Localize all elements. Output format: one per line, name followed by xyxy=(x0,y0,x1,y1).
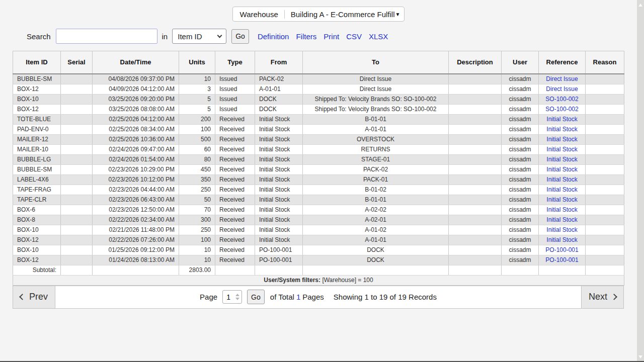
vertical-scrollbar[interactable] xyxy=(637,0,644,362)
cell-user: cissadm xyxy=(502,104,539,114)
warehouse-dropdown-value[interactable]: Building A - E-Commerce Fulfill xyxy=(291,10,395,19)
cell-item-id: TAPE-FRAG xyxy=(13,185,61,195)
reference-link[interactable]: Direct Issue xyxy=(546,75,578,82)
showing-records-text: Showing 1 to 19 of 19 Records xyxy=(334,293,437,301)
stepper-buttons[interactable] xyxy=(234,291,240,303)
cell-reference: Direct Issue xyxy=(539,74,586,84)
cell-to: Direct Issue xyxy=(303,74,449,84)
link-print[interactable]: Print xyxy=(324,32,339,41)
cell-from: Initial Stock xyxy=(255,215,303,225)
reference-link[interactable]: SO-100-002 xyxy=(545,96,578,103)
cell-reason xyxy=(586,154,624,164)
reference-link[interactable]: Initial Stock xyxy=(546,206,577,213)
reference-link[interactable]: Initial Stock xyxy=(546,196,577,203)
cell-datetime: 02/25/2026 08:34:00 AM xyxy=(93,124,179,134)
reference-link[interactable]: Initial Stock xyxy=(546,216,577,223)
cell-serial xyxy=(61,205,93,215)
reference-link[interactable]: SO-100-002 xyxy=(545,106,578,113)
cell-datetime: 02/25/2026 04:12:00 AM xyxy=(93,114,179,124)
column-header-user: User xyxy=(502,51,539,74)
search-field-selected: Item ID xyxy=(178,32,202,41)
cell-reason xyxy=(586,174,624,185)
search-field-select[interactable]: Item ID xyxy=(172,29,226,44)
table-row: MAILER-1202/25/2026 10:36:00 AM500Receiv… xyxy=(13,134,624,144)
chevron-down-icon xyxy=(217,33,222,38)
cell-type: Received xyxy=(215,134,255,144)
cell-to: DOCK xyxy=(303,255,449,265)
search-go-button[interactable]: Go xyxy=(231,29,249,44)
reference-link[interactable]: Initial Stock xyxy=(546,176,577,183)
reference-link[interactable]: Initial Stock xyxy=(546,236,577,243)
cell-serial xyxy=(61,134,93,144)
cell-description xyxy=(449,114,502,124)
next-button[interactable]: Next xyxy=(581,286,623,308)
cell-serial xyxy=(61,255,93,265)
cell-serial xyxy=(61,74,93,84)
column-header-units: Units xyxy=(179,51,215,74)
reference-link[interactable]: PO-100-001 xyxy=(545,246,578,253)
link-xlsx[interactable]: XLSX xyxy=(369,32,388,41)
cell-serial xyxy=(61,104,93,114)
prev-button[interactable]: Prev xyxy=(13,286,55,308)
column-header-description: Description xyxy=(449,51,502,74)
reference-link[interactable]: Initial Stock xyxy=(546,186,577,193)
cell-units: 10 xyxy=(179,245,215,255)
cell-units: 500 xyxy=(179,134,215,144)
cell-to: RETURNS xyxy=(303,144,449,154)
link-filters[interactable]: Filters xyxy=(296,32,316,41)
cell-item-id: BOX-12 xyxy=(13,104,61,114)
cell-from: Initial Stock xyxy=(255,185,303,195)
scroll-down-arrow-icon[interactable] xyxy=(638,355,642,358)
cell-type: Received xyxy=(215,114,255,124)
total-pages-text: of Total1Pages xyxy=(270,293,324,301)
reference-link[interactable]: Direct Issue xyxy=(546,85,578,93)
spinner-up-icon[interactable] xyxy=(235,294,239,296)
cell-type: Received xyxy=(215,205,255,215)
cell-item-id: MAILER-12 xyxy=(13,134,61,144)
column-header-reference: Reference xyxy=(539,51,586,74)
cell-item-id: BOX-12 xyxy=(13,255,61,265)
scroll-up-arrow-icon[interactable] xyxy=(638,4,642,7)
cell-datetime: 02/23/2026 10:12:00 PM xyxy=(93,174,179,185)
table-row: BUBBLE-SM02/23/2026 10:29:00 PM450Receiv… xyxy=(13,164,624,174)
cell-reason xyxy=(586,104,624,114)
warehouse-selector[interactable]: Warehouse Building A - E-Commerce Fulfil… xyxy=(232,7,405,22)
cell-type: Received xyxy=(215,195,255,205)
cell-reason xyxy=(586,114,624,124)
link-definition[interactable]: Definition xyxy=(258,32,289,41)
link-csv[interactable]: CSV xyxy=(346,32,362,41)
reference-link[interactable]: Initial Stock xyxy=(546,126,577,133)
total-pages-link[interactable]: 1 xyxy=(296,293,300,301)
cell-reference: Direct Issue xyxy=(539,84,586,94)
table-row: LABEL-4X602/23/2026 10:12:00 PM350Receiv… xyxy=(13,174,624,185)
cell-datetime: 02/24/2026 01:54:00 AM xyxy=(93,154,179,164)
cell-user: cissadm xyxy=(502,114,539,124)
column-header-reason: Reason xyxy=(586,51,624,74)
cell-item-id: MAILER-10 xyxy=(13,144,61,154)
spinner-down-icon[interactable] xyxy=(235,298,239,300)
cell-description xyxy=(449,134,502,144)
cell-units: 100 xyxy=(179,235,215,245)
cell-units: 450 xyxy=(179,164,215,174)
reference-link[interactable]: Initial Stock xyxy=(546,166,577,173)
page-go-button[interactable]: Go xyxy=(247,290,265,304)
cell-to: A-02-02 xyxy=(303,205,449,215)
cell-to: B-01-01 xyxy=(303,114,449,124)
reference-link[interactable]: PO-100-001 xyxy=(545,256,578,263)
reference-link[interactable]: Initial Stock xyxy=(546,116,577,123)
cell-reason xyxy=(586,164,624,174)
cell-description xyxy=(449,124,502,134)
reference-link[interactable]: Initial Stock xyxy=(546,136,577,143)
reference-link[interactable]: Initial Stock xyxy=(546,156,577,163)
page-input[interactable] xyxy=(223,291,234,303)
search-input[interactable] xyxy=(56,29,157,44)
page-number-stepper[interactable] xyxy=(222,290,242,304)
cell-type: Issued xyxy=(215,94,255,104)
cell-units: 10 xyxy=(179,74,215,84)
reference-link[interactable]: Initial Stock xyxy=(546,226,577,233)
cell-user: cissadm xyxy=(502,154,539,164)
reference-link[interactable]: Initial Stock xyxy=(546,146,577,153)
cell-user: cissadm xyxy=(502,124,539,134)
search-label: Search xyxy=(27,32,51,41)
cell-serial xyxy=(61,144,93,154)
